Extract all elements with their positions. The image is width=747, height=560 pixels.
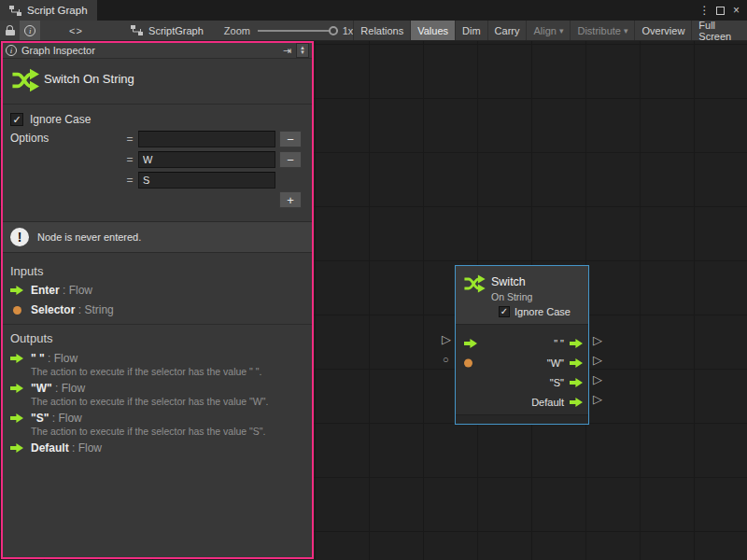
unity-script-graph-window: Script Graph ⋮ × i <> ScriptGraph (0, 0, 747, 560)
dim-button[interactable]: Dim (455, 21, 487, 40)
values-button[interactable]: Values (410, 21, 455, 40)
toolbar-buttons: Relations Values Dim Carry Align ▾ Distr… (353, 21, 747, 40)
flow-arrow-icon[interactable] (570, 398, 583, 407)
distribute-button[interactable]: Distribute ▾ (570, 21, 634, 40)
switch-icon (11, 68, 39, 92)
node-ignore-case-label: Ignore Case (514, 306, 571, 317)
drag-handle-icon[interactable]: = (121, 133, 138, 146)
node-ignore-case-checkbox[interactable]: ✓ (499, 306, 510, 317)
inspector-toggle-button[interactable]: i (20, 21, 39, 40)
remove-option-button[interactable]: − (279, 131, 302, 147)
graph-toolbar: i <> ScriptGraph Zoom 1x Relations Value… (0, 21, 747, 41)
port-name: " " (31, 352, 45, 365)
graph-icon (9, 6, 21, 16)
flow-input-port-icon[interactable]: ▷ (442, 333, 451, 345)
warning-box: ! Node is never entered. (3, 221, 312, 253)
input-port-row: Selector : String (3, 303, 312, 317)
code-icon: <> (69, 25, 83, 36)
inputs-section-title: Inputs (10, 264, 43, 278)
switch-on-string-node[interactable]: Switch On String ✓ Ignore Case " " (455, 265, 589, 425)
check-icon: ✓ (500, 307, 508, 316)
output-port-icon[interactable]: ▷ (593, 373, 602, 385)
drag-handle-icon[interactable]: = (121, 153, 138, 166)
graph-name: ScriptGraph (148, 25, 204, 36)
info-icon: i (24, 25, 35, 36)
window-controls: ⋮ × (697, 0, 747, 21)
node-output-label: "W" (547, 357, 564, 369)
options-list: = − = − = + + (121, 129, 302, 209)
outputs-section-title: Outputs (10, 331, 53, 345)
port-type: Flow (62, 382, 85, 395)
node-output-label: " " (554, 338, 564, 349)
output-port-icon[interactable]: ▷ (593, 393, 602, 405)
option-input[interactable] (138, 172, 275, 189)
port-type: String (84, 303, 113, 316)
port-description: The action to execute if the selector ha… (31, 366, 304, 377)
flow-arrow-icon[interactable] (464, 339, 477, 348)
option-row: = − (121, 129, 302, 149)
option-input[interactable] (138, 151, 275, 168)
align-label: Align (533, 25, 556, 36)
zoom-slider-track (258, 30, 338, 32)
port-name: "W" (31, 382, 52, 395)
value-dot-icon (13, 306, 21, 315)
ignore-case-checkbox[interactable]: ✓ (10, 113, 23, 126)
tab-title: Script Graph (27, 5, 88, 16)
output-port-icon[interactable]: ▷ (593, 354, 602, 366)
chevron-down-icon: ▾ (559, 26, 564, 35)
info-icon: i (6, 45, 17, 56)
option-input[interactable] (138, 131, 275, 147)
flow-arrow-icon[interactable] (570, 339, 583, 348)
flow-arrow-icon[interactable] (570, 358, 583, 368)
window-menu-icon[interactable]: ⋮ (697, 3, 712, 19)
remove-option-button[interactable]: − (279, 151, 302, 168)
zoom-value: 1x (343, 21, 354, 40)
scroll-down-icon[interactable]: ▼ (300, 50, 305, 55)
flow-arrow-icon (10, 286, 23, 295)
zoom-slider-handle[interactable] (329, 26, 338, 35)
chevron-down-icon: ▾ (624, 26, 628, 35)
port-description: The action to execute if the selector ha… (31, 396, 304, 407)
graph-inspector-panel: i Graph Inspector ⇥ ▲ ▼ Switch On String… (1, 41, 314, 559)
lock-button[interactable] (0, 21, 20, 40)
output-port-icon[interactable]: ▷ (593, 334, 602, 346)
fullscreen-button[interactable]: Full Screen (691, 21, 747, 40)
inspector-title: Graph Inspector (21, 45, 95, 56)
scroll-spinner[interactable]: ▲ ▼ (296, 43, 309, 58)
node-title: Switch (491, 275, 526, 288)
close-icon[interactable]: × (728, 3, 744, 19)
maximize-icon[interactable] (712, 3, 728, 19)
node-port-row: Default (456, 392, 588, 412)
node-subtitle: On String (491, 291, 532, 302)
port-description: The action to execute if the selector ha… (31, 426, 304, 437)
window-titlebar: Script Graph ⋮ × (0, 0, 747, 21)
dock-icon[interactable]: ⇥ (283, 45, 291, 57)
flow-arrow-icon[interactable] (570, 378, 583, 387)
align-button[interactable]: Align ▾ (526, 21, 570, 40)
port-name: Enter (31, 284, 60, 297)
inspector-header: i Graph Inspector ⇥ ▲ ▼ (3, 43, 312, 59)
node-port-row: "S" (456, 372, 588, 392)
option-row: = − (121, 149, 302, 170)
port-type: Flow (78, 441, 102, 455)
add-option-button[interactable]: + (279, 191, 302, 208)
flow-arrow-icon (10, 354, 23, 363)
tab-script-graph[interactable]: Script Graph (0, 0, 97, 21)
zoom-slider[interactable] (258, 21, 338, 40)
carry-button[interactable]: Carry (487, 21, 527, 40)
code-preview-button[interactable]: <> (63, 21, 90, 40)
node-header[interactable]: Switch On String ✓ Ignore Case (456, 266, 588, 325)
port-name: Default (31, 441, 69, 455)
port-type: Flow (69, 284, 92, 297)
port-type: Flow (58, 412, 81, 425)
relations-button[interactable]: Relations (353, 21, 410, 40)
graph-breadcrumb[interactable]: ScriptGraph (123, 21, 211, 40)
port-type: Flow (54, 352, 78, 365)
selector-input-port-icon[interactable]: ○ (443, 355, 449, 365)
warning-icon: ! (10, 228, 29, 246)
output-port-row: "S" : Flow (3, 412, 312, 426)
drag-handle-icon[interactable]: = (121, 174, 138, 187)
value-dot-icon[interactable] (464, 358, 472, 367)
overview-button[interactable]: Overview (634, 21, 691, 40)
warning-text: Node is never entered. (37, 231, 141, 243)
